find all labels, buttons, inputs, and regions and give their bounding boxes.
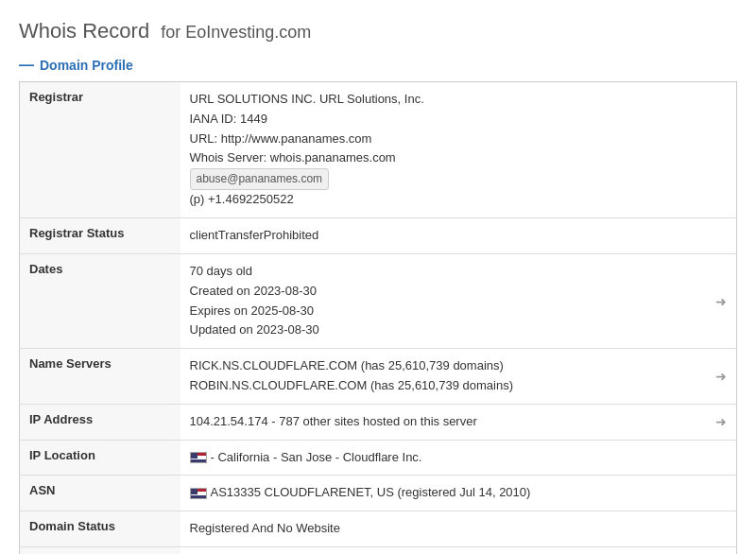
row-value: clientTransferProhibited	[180, 218, 707, 254]
row-label: IP History	[20, 546, 180, 554]
row-value: 70 days oldCreated on 2023-08-30Expires …	[180, 253, 707, 348]
table-row: IP Address104.21.54.174 - 787 other site…	[20, 404, 737, 440]
arrow-icon: ➜	[715, 369, 727, 384]
table-row: Name ServersRICK.NS.CLOUDFLARE.COM (has …	[20, 349, 737, 405]
row-arrow	[706, 82, 737, 218]
table-row: RegistrarURL SOLUTIONS INC. URL Solution…	[20, 82, 737, 218]
row-arrow	[706, 440, 737, 476]
row-label: Domain Status	[20, 511, 180, 547]
row-label: ASN	[20, 476, 180, 511]
row-value: RICK.NS.CLOUDFLARE.COM (has 25,610,739 d…	[180, 349, 707, 405]
us-flag-icon	[190, 452, 207, 463]
row-arrow[interactable]: ➜	[706, 253, 737, 348]
table-row: Domain StatusRegistered And No Website	[20, 511, 737, 547]
arrow-icon: ➜	[715, 414, 727, 429]
row-arrow[interactable]: ➜	[706, 404, 737, 440]
table-row: ASNAS13335 CLOUDFLARENET, US (registered…	[20, 476, 737, 511]
arrow-icon: ➜	[715, 294, 727, 309]
row-label: Registrar Status	[20, 218, 180, 254]
domain-profile-header[interactable]: — Domain Profile	[19, 57, 737, 74]
row-label: Name Servers	[20, 349, 180, 405]
row-value: 4 changes on 4 unique IP addresses over …	[180, 546, 707, 554]
row-arrow[interactable]: ➜	[706, 349, 737, 405]
row-value: - California - San Jose - Cloudflare Inc…	[180, 440, 707, 476]
row-value: 104.21.54.174 - 787 other sites hosted o…	[180, 404, 707, 440]
main-container: Whois Record for EoInvesting.com — Domai…	[0, 0, 756, 554]
row-label: IP Location	[20, 440, 180, 476]
table-row: IP Location- California - San Jose - Clo…	[20, 440, 737, 476]
section-header-label: Domain Profile	[40, 58, 133, 73]
row-label: IP Address	[20, 404, 180, 440]
table-row: Dates70 days oldCreated on 2023-08-30Exp…	[20, 253, 737, 348]
abuse-badge: abuse@pananames.com	[190, 168, 330, 190]
row-arrow	[706, 476, 737, 511]
row-value: Registered And No Website	[180, 511, 707, 547]
table-row: IP History4 changes on 4 unique IP addre…	[20, 546, 737, 554]
us-flag-icon	[190, 488, 207, 499]
row-value: AS13335 CLOUDFLARENET, US (registered Ju…	[180, 476, 707, 511]
whois-table: RegistrarURL SOLUTIONS INC. URL Solution…	[19, 81, 737, 554]
title-bold: Whois Record	[19, 19, 149, 43]
row-arrow[interactable]: ➜	[706, 546, 737, 554]
page-title: Whois Record for EoInvesting.com	[19, 19, 737, 43]
row-label: Registrar	[20, 82, 180, 218]
row-arrow	[706, 511, 737, 547]
title-suffix: for EoInvesting.com	[161, 23, 311, 42]
minus-icon: —	[19, 57, 34, 74]
row-arrow	[706, 218, 737, 254]
row-label: Dates	[20, 253, 180, 348]
table-row: Registrar StatusclientTransferProhibited	[20, 218, 737, 254]
row-value: URL SOLUTIONS INC. URL Solutions, Inc.IA…	[180, 82, 707, 218]
